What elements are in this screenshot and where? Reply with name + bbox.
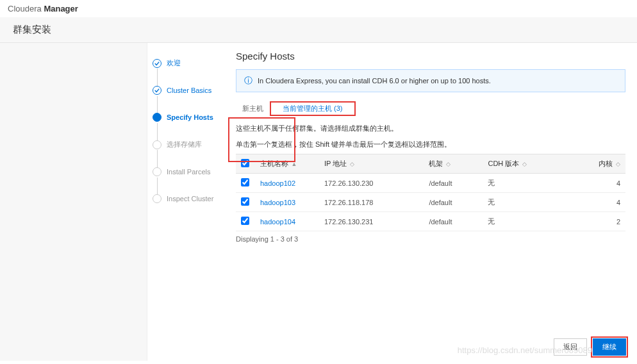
- row-checkbox[interactable]: [241, 178, 249, 186]
- wizard-steps: 欢迎 Cluster Basics Specify Hosts 选择存储库 In…: [147, 43, 224, 361]
- brand-name-light: Cloudera: [8, 4, 44, 13]
- step-specify-hosts[interactable]: Specify Hosts: [153, 104, 219, 131]
- step-label: Specify Hosts: [167, 113, 213, 121]
- checkmark-icon: [153, 59, 161, 68]
- app-header: Cloudera Manager: [0, 0, 637, 17]
- main-area: 欢迎 Cluster Basics Specify Hosts 选择存储库 In…: [0, 43, 637, 361]
- cell-cores: 2: [569, 212, 625, 231]
- step-label: 选择存储库: [167, 140, 202, 149]
- step-label: Install Parcels: [167, 168, 210, 176]
- circle-icon: [153, 167, 161, 176]
- sort-icon: ◇: [444, 161, 451, 167]
- header-cdh[interactable]: CDH 版本 ◇: [483, 154, 569, 174]
- host-tabs: 新主机 当前管理的主机 (3): [236, 101, 625, 116]
- sort-icon: ◇: [520, 161, 527, 167]
- cell-cdh: 无: [483, 212, 569, 231]
- table-header-row: 主机名称 ▲ IP 地址 ◇ 机架 ◇ CDH 版本 ◇ 内核 ◇: [236, 154, 625, 174]
- table-row[interactable]: hadoop103 172.26.118.178 /default 无 4: [236, 193, 625, 212]
- host-name-link[interactable]: hadoop103: [260, 199, 295, 206]
- highlight-box: 继续: [591, 336, 628, 358]
- step-label: Inspect Cluster: [167, 195, 213, 203]
- header-ip[interactable]: IP 地址 ◇: [319, 154, 424, 174]
- dot-icon: [153, 113, 161, 122]
- header-cores[interactable]: 内核 ◇: [569, 154, 625, 174]
- step-label: 欢迎: [167, 58, 181, 68]
- step-install-parcels[interactable]: Install Parcels: [153, 158, 219, 185]
- description-line-2: 单击第一个复选框，按住 Shift 键并单击最后一个复选框以选择范围。: [236, 138, 625, 151]
- tab-new-host[interactable]: 新主机: [236, 101, 270, 116]
- back-button[interactable]: 返回: [554, 338, 587, 356]
- table-row[interactable]: hadoop102 172.26.130.230 /default 无 4: [236, 174, 625, 193]
- content-pane: Specify Hosts ⓘ In Cloudera Express, you…: [224, 43, 637, 361]
- hosts-table: 主机名称 ▲ IP 地址 ◇ 机架 ◇ CDH 版本 ◇ 内核 ◇ hadoop…: [236, 154, 625, 231]
- cell-rack: /default: [424, 212, 483, 231]
- step-cluster-basics[interactable]: Cluster Basics: [153, 77, 219, 104]
- highlight-box: 当前管理的主机 (3): [270, 101, 356, 116]
- cell-cores: 4: [569, 174, 625, 193]
- cell-cores: 4: [569, 193, 625, 212]
- brand-name-bold: Manager: [44, 4, 78, 13]
- content-title: Specify Hosts: [236, 51, 625, 62]
- description-line-1: 这些主机不属于任何群集。请选择组成群集的主机。: [236, 122, 625, 135]
- host-name-link[interactable]: hadoop102: [260, 179, 295, 187]
- step-inspect-cluster[interactable]: Inspect Cluster: [153, 185, 219, 212]
- continue-button[interactable]: 继续: [593, 338, 626, 356]
- checkmark-icon: [153, 86, 161, 95]
- header-hostname[interactable]: 主机名称 ▲: [255, 154, 319, 174]
- info-banner: ⓘ In Cloudera Express, you can install C…: [236, 69, 625, 92]
- row-checkbox[interactable]: [241, 197, 249, 206]
- cell-ip: 172.26.118.178: [319, 193, 424, 212]
- table-row[interactable]: hadoop104 172.26.130.231 /default 无 2: [236, 212, 625, 231]
- step-select-repository[interactable]: 选择存储库: [153, 131, 219, 158]
- cell-ip: 172.26.130.231: [319, 212, 424, 231]
- header-checkbox-cell: [236, 154, 255, 174]
- footer-actions: 返回 继续: [554, 336, 628, 358]
- step-welcome[interactable]: 欢迎: [153, 49, 219, 77]
- info-icon: ⓘ: [244, 75, 252, 87]
- sort-asc-icon: ▲: [290, 161, 297, 167]
- select-all-checkbox[interactable]: [241, 159, 249, 167]
- cell-rack: /default: [424, 193, 483, 212]
- header-rack[interactable]: 机架 ◇: [424, 154, 483, 174]
- circle-icon: [153, 194, 161, 203]
- cell-cdh: 无: [483, 193, 569, 212]
- left-gutter: [0, 43, 147, 361]
- host-name-link[interactable]: hadoop104: [260, 218, 295, 226]
- step-label: Cluster Basics: [167, 87, 211, 94]
- info-text: In Cloudera Express, you can install CDH…: [258, 77, 491, 85]
- pagination-info: Displaying 1 - 3 of 3: [236, 235, 625, 243]
- cell-ip: 172.26.130.230: [319, 174, 424, 193]
- cell-cdh: 无: [483, 174, 569, 193]
- sort-icon: ◇: [348, 161, 354, 167]
- row-checkbox[interactable]: [241, 217, 249, 225]
- circle-icon: [153, 140, 161, 149]
- cell-rack: /default: [424, 174, 483, 193]
- page-title: 群集安装: [0, 17, 637, 43]
- tab-managed-hosts[interactable]: 当前管理的主机 (3): [276, 102, 349, 115]
- hosts-table-body: hadoop102 172.26.130.230 /default 无 4 ha…: [236, 174, 625, 231]
- sort-icon: ◇: [614, 161, 620, 167]
